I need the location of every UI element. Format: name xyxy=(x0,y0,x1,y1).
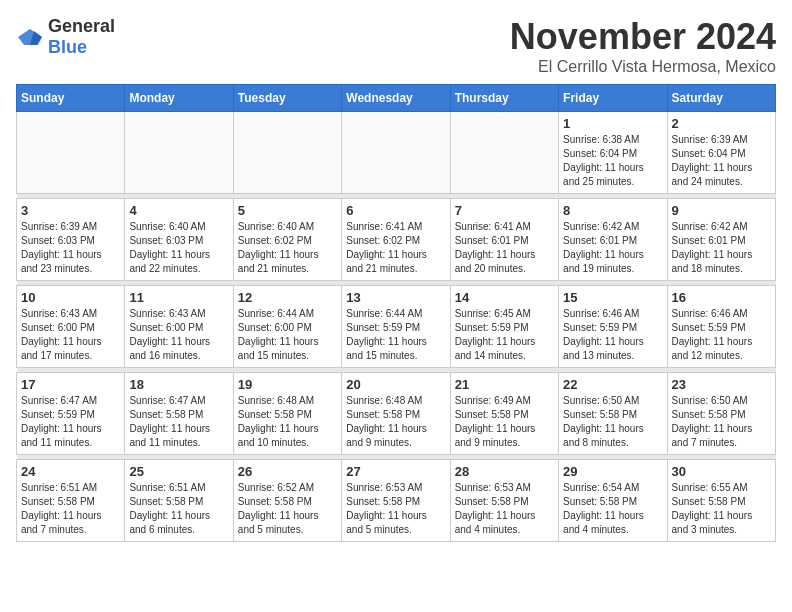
calendar-cell-w3-d0: 17Sunrise: 6:47 AM Sunset: 5:59 PM Dayli… xyxy=(17,373,125,455)
day-number-23: 23 xyxy=(672,377,771,392)
day-info-1: Sunrise: 6:38 AM Sunset: 6:04 PM Dayligh… xyxy=(563,133,662,189)
day-number-19: 19 xyxy=(238,377,337,392)
day-info-17: Sunrise: 6:47 AM Sunset: 5:59 PM Dayligh… xyxy=(21,394,120,450)
day-number-26: 26 xyxy=(238,464,337,479)
header: General Blue November 2024 El Cerrillo V… xyxy=(16,16,776,76)
header-thursday: Thursday xyxy=(450,85,558,112)
calendar-cell-w1-d5: 8Sunrise: 6:42 AM Sunset: 6:01 PM Daylig… xyxy=(559,199,667,281)
day-number-13: 13 xyxy=(346,290,445,305)
day-number-6: 6 xyxy=(346,203,445,218)
calendar-cell-w0-d4 xyxy=(450,112,558,194)
calendar-cell-w2-d5: 15Sunrise: 6:46 AM Sunset: 5:59 PM Dayli… xyxy=(559,286,667,368)
calendar-cell-w4-d3: 27Sunrise: 6:53 AM Sunset: 5:58 PM Dayli… xyxy=(342,460,450,542)
day-info-12: Sunrise: 6:44 AM Sunset: 6:00 PM Dayligh… xyxy=(238,307,337,363)
header-tuesday: Tuesday xyxy=(233,85,341,112)
day-number-21: 21 xyxy=(455,377,554,392)
day-info-8: Sunrise: 6:42 AM Sunset: 6:01 PM Dayligh… xyxy=(563,220,662,276)
day-info-23: Sunrise: 6:50 AM Sunset: 5:58 PM Dayligh… xyxy=(672,394,771,450)
day-info-18: Sunrise: 6:47 AM Sunset: 5:58 PM Dayligh… xyxy=(129,394,228,450)
day-info-21: Sunrise: 6:49 AM Sunset: 5:58 PM Dayligh… xyxy=(455,394,554,450)
day-number-11: 11 xyxy=(129,290,228,305)
calendar-cell-w2-d3: 13Sunrise: 6:44 AM Sunset: 5:59 PM Dayli… xyxy=(342,286,450,368)
calendar-cell-w1-d1: 4Sunrise: 6:40 AM Sunset: 6:03 PM Daylig… xyxy=(125,199,233,281)
week-row-4: 24Sunrise: 6:51 AM Sunset: 5:58 PM Dayli… xyxy=(17,460,776,542)
calendar-cell-w1-d4: 7Sunrise: 6:41 AM Sunset: 6:01 PM Daylig… xyxy=(450,199,558,281)
day-number-14: 14 xyxy=(455,290,554,305)
location-title: El Cerrillo Vista Hermosa, Mexico xyxy=(510,58,776,76)
calendar-cell-w0-d3 xyxy=(342,112,450,194)
day-info-25: Sunrise: 6:51 AM Sunset: 5:58 PM Dayligh… xyxy=(129,481,228,537)
day-number-10: 10 xyxy=(21,290,120,305)
day-info-10: Sunrise: 6:43 AM Sunset: 6:00 PM Dayligh… xyxy=(21,307,120,363)
calendar-cell-w4-d0: 24Sunrise: 6:51 AM Sunset: 5:58 PM Dayli… xyxy=(17,460,125,542)
calendar-cell-w2-d2: 12Sunrise: 6:44 AM Sunset: 6:00 PM Dayli… xyxy=(233,286,341,368)
logo-general: General xyxy=(48,16,115,36)
day-info-30: Sunrise: 6:55 AM Sunset: 5:58 PM Dayligh… xyxy=(672,481,771,537)
day-info-14: Sunrise: 6:45 AM Sunset: 5:59 PM Dayligh… xyxy=(455,307,554,363)
calendar-cell-w2-d4: 14Sunrise: 6:45 AM Sunset: 5:59 PM Dayli… xyxy=(450,286,558,368)
day-number-22: 22 xyxy=(563,377,662,392)
calendar-cell-w3-d4: 21Sunrise: 6:49 AM Sunset: 5:58 PM Dayli… xyxy=(450,373,558,455)
day-number-12: 12 xyxy=(238,290,337,305)
calendar-cell-w0-d2 xyxy=(233,112,341,194)
header-wednesday: Wednesday xyxy=(342,85,450,112)
day-number-27: 27 xyxy=(346,464,445,479)
logo-blue: Blue xyxy=(48,37,87,57)
calendar-cell-w3-d3: 20Sunrise: 6:48 AM Sunset: 5:58 PM Dayli… xyxy=(342,373,450,455)
day-number-28: 28 xyxy=(455,464,554,479)
day-number-16: 16 xyxy=(672,290,771,305)
header-sunday: Sunday xyxy=(17,85,125,112)
day-number-9: 9 xyxy=(672,203,771,218)
day-info-9: Sunrise: 6:42 AM Sunset: 6:01 PM Dayligh… xyxy=(672,220,771,276)
calendar-cell-w1-d6: 9Sunrise: 6:42 AM Sunset: 6:01 PM Daylig… xyxy=(667,199,775,281)
calendar-cell-w3-d5: 22Sunrise: 6:50 AM Sunset: 5:58 PM Dayli… xyxy=(559,373,667,455)
calendar-cell-w4-d1: 25Sunrise: 6:51 AM Sunset: 5:58 PM Dayli… xyxy=(125,460,233,542)
calendar-cell-w3-d2: 19Sunrise: 6:48 AM Sunset: 5:58 PM Dayli… xyxy=(233,373,341,455)
day-number-2: 2 xyxy=(672,116,771,131)
day-number-3: 3 xyxy=(21,203,120,218)
header-monday: Monday xyxy=(125,85,233,112)
calendar-cell-w3-d6: 23Sunrise: 6:50 AM Sunset: 5:58 PM Dayli… xyxy=(667,373,775,455)
calendar-table: Sunday Monday Tuesday Wednesday Thursday… xyxy=(16,84,776,542)
day-number-18: 18 xyxy=(129,377,228,392)
calendar-cell-w0-d5: 1Sunrise: 6:38 AM Sunset: 6:04 PM Daylig… xyxy=(559,112,667,194)
day-info-28: Sunrise: 6:53 AM Sunset: 5:58 PM Dayligh… xyxy=(455,481,554,537)
week-row-0: 1Sunrise: 6:38 AM Sunset: 6:04 PM Daylig… xyxy=(17,112,776,194)
week-row-2: 10Sunrise: 6:43 AM Sunset: 6:00 PM Dayli… xyxy=(17,286,776,368)
calendar-cell-w2-d1: 11Sunrise: 6:43 AM Sunset: 6:00 PM Dayli… xyxy=(125,286,233,368)
title-block: November 2024 El Cerrillo Vista Hermosa,… xyxy=(510,16,776,76)
calendar-cell-w0-d1 xyxy=(125,112,233,194)
day-number-4: 4 xyxy=(129,203,228,218)
day-number-1: 1 xyxy=(563,116,662,131)
calendar-cell-w4-d5: 29Sunrise: 6:54 AM Sunset: 5:58 PM Dayli… xyxy=(559,460,667,542)
calendar-cell-w3-d1: 18Sunrise: 6:47 AM Sunset: 5:58 PM Dayli… xyxy=(125,373,233,455)
calendar-cell-w1-d2: 5Sunrise: 6:40 AM Sunset: 6:02 PM Daylig… xyxy=(233,199,341,281)
day-info-27: Sunrise: 6:53 AM Sunset: 5:58 PM Dayligh… xyxy=(346,481,445,537)
day-info-16: Sunrise: 6:46 AM Sunset: 5:59 PM Dayligh… xyxy=(672,307,771,363)
calendar-cell-w1-d3: 6Sunrise: 6:41 AM Sunset: 6:02 PM Daylig… xyxy=(342,199,450,281)
logo-text: General Blue xyxy=(48,16,115,58)
calendar-cell-w2-d6: 16Sunrise: 6:46 AM Sunset: 5:59 PM Dayli… xyxy=(667,286,775,368)
calendar-cell-w4-d4: 28Sunrise: 6:53 AM Sunset: 5:58 PM Dayli… xyxy=(450,460,558,542)
day-info-15: Sunrise: 6:46 AM Sunset: 5:59 PM Dayligh… xyxy=(563,307,662,363)
calendar-cell-w1-d0: 3Sunrise: 6:39 AM Sunset: 6:03 PM Daylig… xyxy=(17,199,125,281)
calendar-cell-w0-d6: 2Sunrise: 6:39 AM Sunset: 6:04 PM Daylig… xyxy=(667,112,775,194)
day-info-29: Sunrise: 6:54 AM Sunset: 5:58 PM Dayligh… xyxy=(563,481,662,537)
day-info-11: Sunrise: 6:43 AM Sunset: 6:00 PM Dayligh… xyxy=(129,307,228,363)
day-info-24: Sunrise: 6:51 AM Sunset: 5:58 PM Dayligh… xyxy=(21,481,120,537)
page-container: General Blue November 2024 El Cerrillo V… xyxy=(16,16,776,542)
day-number-7: 7 xyxy=(455,203,554,218)
day-number-24: 24 xyxy=(21,464,120,479)
day-number-8: 8 xyxy=(563,203,662,218)
day-number-15: 15 xyxy=(563,290,662,305)
header-friday: Friday xyxy=(559,85,667,112)
day-number-17: 17 xyxy=(21,377,120,392)
calendar-cell-w4-d6: 30Sunrise: 6:55 AM Sunset: 5:58 PM Dayli… xyxy=(667,460,775,542)
day-info-6: Sunrise: 6:41 AM Sunset: 6:02 PM Dayligh… xyxy=(346,220,445,276)
calendar-cell-w4-d2: 26Sunrise: 6:52 AM Sunset: 5:58 PM Dayli… xyxy=(233,460,341,542)
day-info-3: Sunrise: 6:39 AM Sunset: 6:03 PM Dayligh… xyxy=(21,220,120,276)
day-info-22: Sunrise: 6:50 AM Sunset: 5:58 PM Dayligh… xyxy=(563,394,662,450)
day-number-29: 29 xyxy=(563,464,662,479)
weekday-header-row: Sunday Monday Tuesday Wednesday Thursday… xyxy=(17,85,776,112)
month-title: November 2024 xyxy=(510,16,776,58)
